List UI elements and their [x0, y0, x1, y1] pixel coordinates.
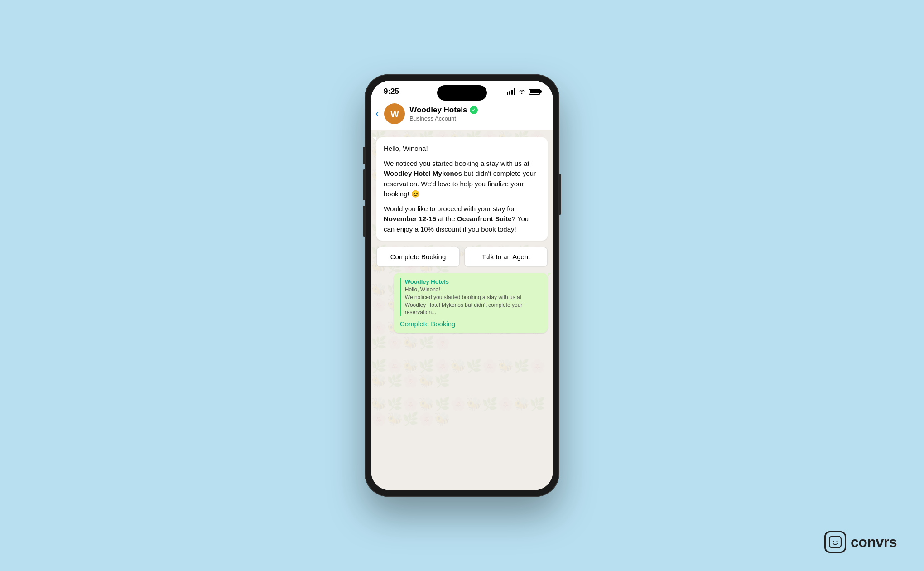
- talk-to-agent-button[interactable]: Talk to an Agent: [464, 247, 548, 266]
- forwarded-message: Woodley Hotels Hello, Winona!We noticed …: [394, 273, 548, 333]
- svg-point-2: [837, 541, 838, 542]
- phone-frame: 9:25 ‹ W Woodl: [365, 74, 559, 497]
- signal-icon: [507, 88, 515, 95]
- header-info: Woodley Hotels ✓ Business Account: [409, 106, 546, 122]
- svg-point-1: [833, 541, 834, 542]
- complete-booking-button[interactable]: Complete Booking: [376, 247, 460, 266]
- chat-body: 🌿🌸🐝🌿🌸🐝🌿🌸🐝🌿🌸🐝🌿🌸🐝🌿 🐝🌿🌸🐝🌿🌸🐝🌿🌸🐝🌿🌸🐝🌿🌸🐝 🌸🐝🌿🌸🐝🌿…: [371, 130, 553, 490]
- forwarded-action-label: Complete Booking: [400, 320, 541, 328]
- convrs-logo: convrs: [824, 531, 897, 553]
- wifi-icon: [518, 88, 525, 95]
- body-paragraph-2: Would you like to proceed with your stay…: [384, 204, 540, 235]
- volume-up-button: [363, 169, 365, 200]
- power-button: [559, 174, 561, 215]
- verified-badge: ✓: [470, 106, 478, 114]
- avatar: W: [384, 103, 405, 124]
- greeting-line: Hello, Winona!: [384, 144, 540, 154]
- business-name: Woodley Hotels ✓: [409, 106, 546, 115]
- forwarded-source-text: Hello, Winona!We noticed you started boo…: [405, 286, 541, 316]
- dynamic-island: [437, 85, 487, 101]
- status-time: 9:25: [384, 87, 399, 96]
- chat-header: ‹ W Woodley Hotels ✓ Business Account: [371, 99, 553, 130]
- account-type: Business Account: [409, 115, 546, 122]
- status-bar: 9:25: [371, 81, 553, 99]
- battery-icon: [529, 89, 540, 95]
- svg-rect-0: [829, 536, 841, 548]
- convrs-logo-text: convrs: [851, 534, 897, 551]
- status-icons: [507, 88, 540, 95]
- back-button[interactable]: ‹: [375, 108, 379, 120]
- phone-screen: 9:25 ‹ W Woodl: [371, 81, 553, 490]
- convrs-logo-icon: [824, 531, 846, 553]
- message-bubble: Hello, Winona! We noticed you started bo…: [376, 137, 548, 241]
- volume-down-button: [363, 206, 365, 237]
- message-text: Hello, Winona! We noticed you started bo…: [384, 144, 540, 234]
- forwarded-source-name: Woodley Hotels: [405, 278, 541, 285]
- body-paragraph-1: We noticed you started booking a stay wi…: [384, 159, 540, 199]
- quick-replies: Complete Booking Talk to an Agent: [376, 247, 548, 266]
- forwarded-source: Woodley Hotels Hello, Winona!We noticed …: [400, 278, 541, 316]
